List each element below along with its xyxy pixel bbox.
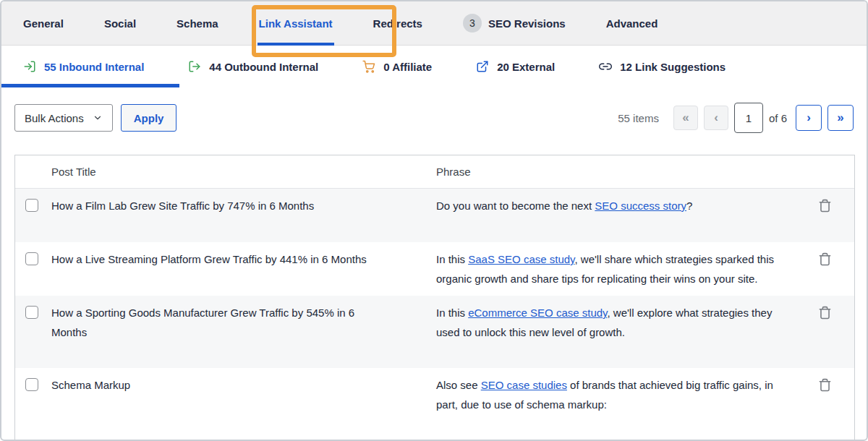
link-icon xyxy=(599,60,612,73)
column-header-phrase: Phrase xyxy=(436,166,814,178)
seo-revisions-count-badge: 3 xyxy=(463,14,482,33)
subtab-label: 55 Inbound Internal xyxy=(44,61,144,73)
chevron-down-icon xyxy=(93,113,103,123)
tab-label: Advanced xyxy=(606,17,658,30)
table-header-row: Post Title Phrase xyxy=(15,155,854,189)
apply-button[interactable]: Apply xyxy=(121,104,177,132)
tab-label: Social xyxy=(104,17,136,30)
tab-schema[interactable]: Schema xyxy=(156,1,239,45)
post-title: How a Live Streaming Platform Grew Traff… xyxy=(51,249,390,269)
subtab-label: 44 Outbound Internal xyxy=(209,61,318,73)
phrase-link[interactable]: SaaS SEO case study xyxy=(468,253,574,265)
items-count: 55 items xyxy=(618,112,659,124)
tab-redirects[interactable]: Redirects xyxy=(353,1,443,45)
phrase-text: In this SaaS SEO case study, we'll share… xyxy=(436,249,814,288)
table-row: How a Sporting Goods Manufacturer Grew T… xyxy=(15,296,854,368)
subtab-label: 20 External xyxy=(497,61,555,73)
subtab-label: 12 Link Suggestions xyxy=(620,61,726,73)
first-page-button[interactable]: « xyxy=(673,106,698,130)
row-checkbox[interactable] xyxy=(25,306,38,319)
cart-icon xyxy=(362,60,375,73)
bulk-actions-label: Bulk Actions xyxy=(25,112,84,124)
subtab-55-inbound-internal[interactable]: 55 Inbound Internal xyxy=(23,60,144,73)
current-page-input[interactable] xyxy=(734,103,763,133)
prev-page-button[interactable]: ‹ xyxy=(704,106,728,130)
link-assistant-subtab-bar: 55 Inbound Internal44 Outbound Internal0… xyxy=(1,46,867,87)
row-checkbox[interactable] xyxy=(25,199,38,212)
subtab-label: 0 Affiliate xyxy=(383,61,432,73)
external-link-icon xyxy=(476,60,489,73)
tab-label: Schema xyxy=(176,17,218,30)
subtab-0-affiliate[interactable]: 0 Affiliate xyxy=(362,60,432,73)
phrase-link[interactable]: SEO success story xyxy=(595,200,686,212)
table-row: Schema MarkupAlso see SEO case studies o… xyxy=(15,368,854,440)
link-assistant-screen: GeneralSocialSchemaLink AssistantRedirec… xyxy=(0,0,868,441)
tab-link-assistant[interactable]: Link Assistant xyxy=(239,1,353,45)
main-tab-bar: GeneralSocialSchemaLink AssistantRedirec… xyxy=(1,1,867,46)
last-page-button[interactable]: » xyxy=(827,105,854,131)
trash-icon xyxy=(818,199,832,215)
subtab-12-link-suggestions[interactable]: 12 Link Suggestions xyxy=(599,60,726,73)
tab-general[interactable]: General xyxy=(3,1,84,45)
tab-label: General xyxy=(23,17,64,30)
subtab-44-outbound-internal[interactable]: 44 Outbound Internal xyxy=(188,60,318,73)
subtab-20-external[interactable]: 20 External xyxy=(476,60,555,73)
trash-icon xyxy=(818,378,832,394)
bulk-actions-select[interactable]: Bulk Actions xyxy=(14,104,113,132)
tab-social[interactable]: Social xyxy=(84,1,156,45)
row-checkbox[interactable] xyxy=(25,252,38,265)
next-page-button[interactable]: › xyxy=(796,105,822,131)
column-header-post-title: Post Title xyxy=(51,166,436,178)
delete-row-button[interactable] xyxy=(814,196,832,218)
active-subtab-indicator xyxy=(1,84,179,87)
phrase-link[interactable]: eCommerce SEO case study xyxy=(468,307,607,319)
delete-row-button[interactable] xyxy=(814,375,832,397)
tab-label: SEO Revisions xyxy=(488,17,566,30)
links-table: Post Title Phrase How a Film Lab Grew Si… xyxy=(14,155,855,441)
delete-row-button[interactable] xyxy=(814,249,832,271)
tab-label: Link Assistant xyxy=(259,17,333,30)
sign-out-icon xyxy=(188,60,201,73)
table-toolbar: Bulk Actions Apply 55 items « ‹ of 6 › » xyxy=(1,87,867,133)
tab-seo-revisions[interactable]: 3SEO Revisions xyxy=(443,1,586,45)
post-title: How a Film Lab Grew Site Traffic by 747%… xyxy=(51,196,390,215)
row-checkbox[interactable] xyxy=(25,378,38,391)
phrase-text: Also see SEO case studies of brands that… xyxy=(436,375,814,433)
trash-icon xyxy=(818,252,832,268)
phrase-text: Do you want to become the next SEO succe… xyxy=(436,196,814,235)
table-body: How a Film Lab Grew Site Traffic by 747%… xyxy=(15,189,854,440)
table-row: How a Live Streaming Platform Grew Traff… xyxy=(15,242,854,296)
phrase-text: In this eCommerce SEO case study, we'll … xyxy=(436,303,814,361)
trash-icon xyxy=(818,306,832,322)
pagination: 55 items « ‹ of 6 › » xyxy=(618,103,854,133)
tab-label: Redirects xyxy=(373,17,422,30)
tab-advanced[interactable]: Advanced xyxy=(586,1,678,45)
table-row: How a Film Lab Grew Site Traffic by 747%… xyxy=(15,189,854,242)
phrase-link[interactable]: SEO case studies xyxy=(481,379,567,391)
delete-row-button[interactable] xyxy=(814,303,832,325)
total-pages-label: of 6 xyxy=(769,112,787,124)
post-title: How a Sporting Goods Manufacturer Grew T… xyxy=(51,303,390,342)
post-title: Schema Markup xyxy=(51,375,390,395)
sign-in-icon xyxy=(23,60,36,73)
